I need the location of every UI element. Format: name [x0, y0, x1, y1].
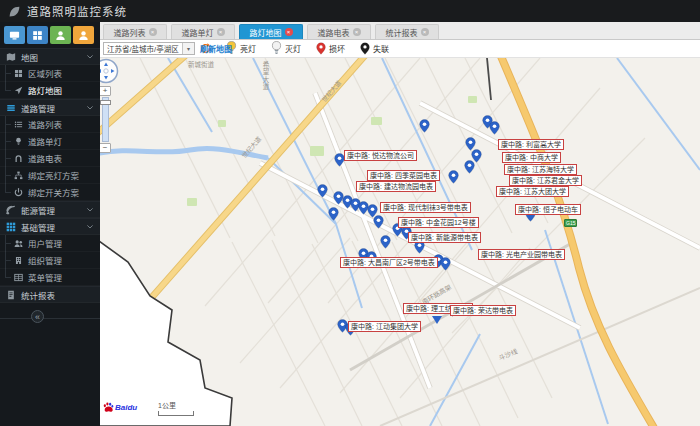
lamp-group-label[interactable]: 康中路: 江苏君金大学: [509, 175, 582, 186]
sidebar-item-label: 绑定开关方案: [28, 186, 79, 198]
region-select[interactable]: 江苏省/盐城市/亭湖区 ▾: [103, 42, 195, 55]
pin-icon: [360, 42, 370, 55]
sidebar-section-2[interactable]: 能源管理: [0, 201, 100, 218]
tab-4[interactable]: 统计报表×: [375, 24, 439, 39]
sidebar-item-1-3[interactable]: 绑定亮灯方案: [0, 167, 100, 184]
tab-0[interactable]: 道路列表×: [103, 24, 167, 39]
lamp-marker-pin[interactable]: [419, 119, 430, 133]
sidebar-item-label: 道路列表: [28, 118, 62, 130]
lamp-marker-pin[interactable]: [448, 170, 459, 184]
bulb-icon: [14, 137, 23, 146]
lamp-group-label[interactable]: 康中路: 现代制袜3号带电表: [380, 202, 471, 213]
tab-close-icon[interactable]: ×: [285, 28, 293, 36]
tab-close-icon[interactable]: ×: [149, 28, 157, 36]
lamp-marker-pin[interactable]: [328, 207, 339, 221]
th-icon: [6, 222, 16, 232]
tab-1[interactable]: 道路单灯×: [171, 24, 235, 39]
app-title: 道路照明监控系统: [27, 3, 127, 19]
sidebar-item-3-1[interactable]: 组织管理: [0, 252, 100, 269]
legend-item-1: 灭灯: [271, 41, 301, 56]
zoom-in-button[interactable]: +: [100, 86, 111, 96]
lamp-group-label[interactable]: 康中路: 中商大学: [502, 152, 561, 163]
zoom-out-button[interactable]: −: [100, 143, 111, 153]
tab-2[interactable]: 路灯地图×: [239, 24, 303, 39]
chevron-down-icon: [86, 206, 94, 214]
map-canvas[interactable]: + − 新城街道希望大道世纪大道世纪大道南环路高架斗沙线G15康中路: 悦达物流…: [100, 58, 700, 426]
sidebar-item-3-2[interactable]: 菜单管理: [0, 269, 100, 286]
power-icon: [14, 188, 23, 197]
sidebar-item-0-1[interactable]: 路灯地图: [0, 82, 100, 99]
lamp-group-label[interactable]: 康中路: 荣达带电表: [450, 305, 516, 316]
sidebar-item-label: 绑定亮灯方案: [28, 169, 79, 181]
sidebar: 地图区域列表路灯地图道路管理道路列表道路单灯道路电表绑定亮灯方案绑定开关方案能源…: [0, 22, 100, 426]
sidebar-item-1-0[interactable]: 道路列表: [0, 116, 100, 133]
region-select-value: 江苏省/盐城市/亭湖区: [104, 43, 182, 54]
lamp-group-label[interactable]: 康中路: 四季菜园电表: [367, 170, 440, 181]
refresh-map-button[interactable]: 刷新地图: [200, 43, 211, 54]
quick-button-1[interactable]: [4, 26, 25, 44]
baidu-logo: Baidu: [103, 402, 137, 413]
lamp-group-label[interactable]: 康中路: 悦达物流公司: [344, 150, 417, 161]
sidebar-section-label: 统计报表: [21, 289, 55, 301]
sidebar-section-1[interactable]: 道路管理: [0, 99, 100, 116]
sidebar-section-3[interactable]: 基础管理: [0, 218, 100, 235]
lamp-marker-pin[interactable]: [464, 160, 475, 174]
quick-button-4[interactable]: [73, 26, 94, 44]
sidebar-section-0[interactable]: 地图: [0, 48, 100, 65]
lamp-group-label[interactable]: 康中路: 江动集团大学: [348, 321, 421, 332]
lamp-group-label[interactable]: 康中路: 大昌南厂区2号带电表: [340, 257, 438, 268]
legend-item-3: 失联: [360, 42, 389, 55]
bulb-icon: [271, 41, 282, 56]
tab-close-icon[interactable]: ×: [353, 28, 361, 36]
quick-button-2[interactable]: [27, 26, 48, 44]
tab-close-icon[interactable]: ×: [217, 28, 225, 36]
lamp-group-label[interactable]: 康中路: 新能源带电表: [408, 232, 481, 243]
map-scale: 1公里: [158, 400, 194, 416]
lamp-group-label[interactable]: 康中路: 中金花园12号楼: [398, 217, 479, 228]
sidebar-menu: 地图区域列表路灯地图道路管理道路列表道路单灯道路电表绑定亮灯方案绑定开关方案能源…: [0, 48, 100, 303]
lamp-group-label[interactable]: 康中路: 江苏海特大学: [504, 164, 577, 175]
meter-icon: [14, 154, 23, 163]
sidebar-item-3-0[interactable]: 用户管理: [0, 235, 100, 252]
lamp-group-label[interactable]: 康中路: 恒子电动车: [515, 204, 581, 215]
lamp-marker-pin[interactable]: [489, 121, 500, 135]
tab-bar: 道路列表×道路单灯×路灯地图×道路电表×统计报表×: [100, 22, 700, 40]
lamp-marker-pin[interactable]: [373, 215, 384, 229]
zoom-slider[interactable]: [102, 97, 109, 142]
tab-close-icon[interactable]: ×: [421, 28, 429, 36]
chevron-down-icon: [86, 223, 94, 231]
tab-label: 路灯地图: [250, 27, 282, 38]
tab-3[interactable]: 道路电表×: [307, 24, 371, 39]
chevron-down-icon: [86, 104, 94, 112]
zoom-slider-handle[interactable]: [100, 100, 111, 105]
sidebar-item-label: 道路单灯: [28, 135, 62, 147]
road-name-label: 世纪大道: [319, 78, 344, 104]
lamp-marker-pin[interactable]: [380, 235, 391, 249]
quick-button-3[interactable]: [50, 26, 71, 44]
sidebar-item-1-4[interactable]: 绑定开关方案: [0, 184, 100, 201]
lamp-group-label[interactable]: 康中路: 建达物流园电表: [356, 181, 436, 192]
sidebar-item-1-2[interactable]: 道路电表: [0, 150, 100, 167]
select-caret-icon: ▾: [182, 43, 194, 54]
status-legend: 亮灯灭灯损坏失联: [211, 41, 389, 56]
sidebar-item-0-0[interactable]: 区域列表: [0, 65, 100, 82]
lamp-marker-pin[interactable]: [440, 257, 451, 271]
signal-icon: [6, 205, 16, 215]
lamp-group-label[interactable]: 康中路: 光电产业园带电表: [478, 249, 565, 260]
map-pan-control[interactable]: [100, 58, 119, 88]
sidebar-item-1-1[interactable]: 道路单灯: [0, 133, 100, 150]
lamp-marker-pin[interactable]: [317, 184, 328, 198]
sidebar-item-label: 区域列表: [28, 67, 62, 79]
chevron-down-icon: [86, 53, 94, 61]
tab-label: 道路单灯: [182, 27, 214, 38]
user-icon: [55, 30, 66, 41]
sidebar-section-4[interactable]: 统计报表: [0, 286, 100, 303]
lamp-group-label[interactable]: 康中路: 利富高大学: [498, 139, 564, 150]
legend-label: 损坏: [329, 43, 345, 54]
sidebar-section-label: 基础管理: [21, 221, 55, 233]
sidebar-collapse-button[interactable]: «: [0, 307, 100, 329]
lamp-group-label[interactable]: 康中路: 江苏大团大学: [496, 186, 569, 197]
sidebar-section-label: 道路管理: [21, 102, 55, 114]
legend-item-2: 损坏: [316, 42, 345, 55]
sidebar-section-label: 地图: [21, 51, 38, 63]
